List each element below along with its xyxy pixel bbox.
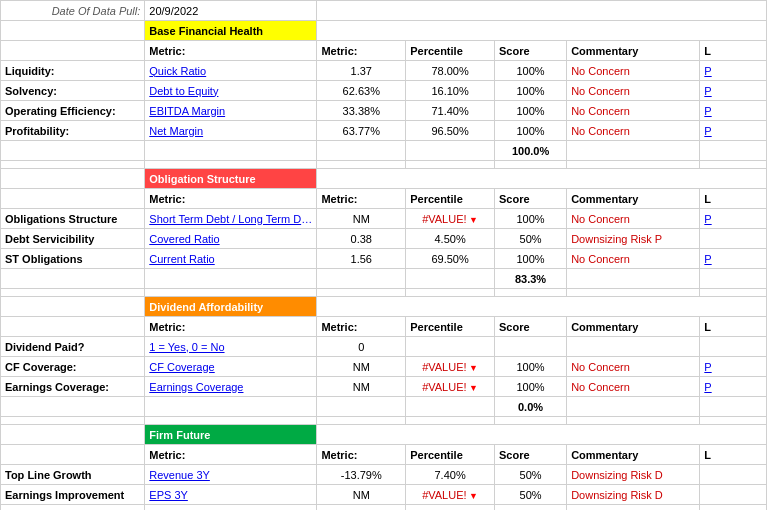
percentile-cell: 78.00%	[406, 61, 495, 81]
metric2-cell: NM	[317, 485, 406, 505]
percentile-cell: #DIV/0! ▼	[406, 505, 495, 511]
percentile-cell: 7.40%	[406, 465, 495, 485]
score-cell: 100%	[494, 249, 566, 269]
commentary-cell: No Concern	[567, 81, 700, 101]
score-cell: 100%	[494, 209, 566, 229]
col-header-0: Metric:	[145, 445, 317, 465]
col-header-0: Metric:	[145, 189, 317, 209]
row-label: Dividend Paid?	[1, 337, 145, 357]
col-header-3: Score	[494, 317, 566, 337]
percentile-cell: 96.50%	[406, 121, 495, 141]
col-header-4: Commentary	[567, 189, 700, 209]
date-row: Date Of Data Pull:20/9/2022	[1, 1, 767, 21]
row-label: Debt Servicibility	[1, 229, 145, 249]
metric2-cell: -13.79%	[317, 465, 406, 485]
commentary-cell: No Concern	[567, 377, 700, 397]
table-row: ST ObligationsCurrent Ratio1.5669.50%100…	[1, 249, 767, 269]
col-header-5: L	[700, 189, 767, 209]
metric1-cell[interactable]: 1 = Yes, 0 = No	[145, 337, 317, 357]
total-value: 83.3%	[494, 269, 566, 289]
table-row: Debt ServicibilityCovered Ratio0.384.50%…	[1, 229, 767, 249]
col-header-1: Metric:	[317, 41, 406, 61]
row-label: Obligations Structure	[1, 209, 145, 229]
col-header-2: Percentile	[406, 189, 495, 209]
percentile-cell: #VALUE! ▼	[406, 377, 495, 397]
row-label: Earnings Improvement	[1, 485, 145, 505]
commentary-cell: No Concern	[567, 249, 700, 269]
last-cell[interactable]: P	[700, 101, 767, 121]
empty-row	[1, 161, 767, 169]
metric1-cell[interactable]: Debt to Equity	[145, 81, 317, 101]
metric1-cell[interactable]: CF Coverage	[145, 357, 317, 377]
metric2-cell: 1.37	[317, 61, 406, 81]
metric2-cell: NM	[317, 209, 406, 229]
row-label: Operating Efficiency:	[1, 101, 145, 121]
col-header-0: Metric:	[145, 41, 317, 61]
col-headers-base_financial_health: Metric:Metric:PercentileScoreCommentaryL	[1, 41, 767, 61]
percentile-cell: #VALUE! ▼	[406, 357, 495, 377]
col-header-4: Commentary	[567, 445, 700, 465]
score-cell: 100%	[494, 357, 566, 377]
table-row: Earnings ImprovementEPS 3YNM#VALUE! ▼50%…	[1, 485, 767, 505]
metric1-cell[interactable]: Current Ratio	[145, 249, 317, 269]
col-header-1: Metric:	[317, 445, 406, 465]
row-label: Solvency:	[1, 81, 145, 101]
metric1-cell[interactable]: Short Term Debt / Long Term Debt	[145, 209, 317, 229]
metric2-cell: 0	[317, 337, 406, 357]
metric1-cell[interactable]: Covered Ratio	[145, 229, 317, 249]
row-label: Liquidity:	[1, 61, 145, 81]
metric1-cell[interactable]: EPS 3Y	[145, 485, 317, 505]
col-header-1: Metric:	[317, 317, 406, 337]
commentary-cell: Downsizing Risk D	[567, 465, 700, 485]
col-header-2: Percentile	[406, 41, 495, 61]
col-header-3: Score	[494, 445, 566, 465]
last-cell[interactable]: P	[700, 121, 767, 141]
section-header-base_financial_health: Base Financial Health	[1, 21, 767, 41]
commentary-cell: No Concern	[567, 61, 700, 81]
score-cell: 100%	[494, 81, 566, 101]
last-cell[interactable]: P	[700, 377, 767, 397]
last-cell[interactable]: P	[700, 357, 767, 377]
table-row: Earnings Coverage:Earnings CoverageNM#VA…	[1, 377, 767, 397]
metric1-cell[interactable]: Quick Ratio	[145, 61, 317, 81]
last-cell	[700, 465, 767, 485]
empty-row	[1, 417, 767, 425]
last-cell[interactable]: P	[700, 81, 767, 101]
table-row: Top Line GrowthRevenue 3Y-13.79%7.40%50%…	[1, 465, 767, 485]
section-title-base_financial_health: Base Financial Health	[145, 21, 317, 41]
table-row: Obligations StructureShort Term Debt / L…	[1, 209, 767, 229]
section-header-firm_future: Firm Future	[1, 425, 767, 445]
total-value: 100.0%	[494, 141, 566, 161]
table-row: Profitability:Net Margin63.77%96.50%100%…	[1, 121, 767, 141]
section-header-dividend_affordability: Dividend Affordability	[1, 297, 767, 317]
metric1-cell[interactable]: EBITDA Margin	[145, 101, 317, 121]
commentary-cell: No Concern	[567, 209, 700, 229]
metric1-cell[interactable]: Revenue 3Y	[145, 465, 317, 485]
section-title-dividend_affordability: Dividend Affordability	[145, 297, 317, 317]
commentary-cell: No Concern	[567, 121, 700, 141]
table-row: Dividend Paid?1 = Yes, 0 = No0	[1, 337, 767, 357]
score-cell: 50%	[494, 505, 566, 511]
section-header-obligation_structure: Obligation Structure	[1, 169, 767, 189]
col-headers-dividend_affordability: Metric:Metric:PercentileScoreCommentaryL	[1, 317, 767, 337]
section-title-firm_future: Firm Future	[145, 425, 317, 445]
score-cell	[494, 337, 566, 357]
metric1-cell[interactable]: Earnings Coverage	[145, 377, 317, 397]
score-cell: 100%	[494, 377, 566, 397]
score-cell: 50%	[494, 465, 566, 485]
commentary-cell: No Concern	[567, 357, 700, 377]
total-row-dividend_affordability: 0.0%	[1, 397, 767, 417]
last-cell[interactable]: P	[700, 209, 767, 229]
last-cell[interactable]: P	[700, 61, 767, 81]
col-header-4: Commentary	[567, 41, 700, 61]
total-row-base_financial_health: 100.0%	[1, 141, 767, 161]
metric1-cell[interactable]: Net Margin	[145, 121, 317, 141]
metric2-cell: 62.63%	[317, 81, 406, 101]
last-cell[interactable]: P	[700, 249, 767, 269]
metric1-cell[interactable]: Implied 3Y Net Margin Improvemen	[145, 505, 317, 511]
commentary-cell	[567, 337, 700, 357]
last-cell	[700, 229, 767, 249]
col-header-2: Percentile	[406, 317, 495, 337]
col-header-3: Score	[494, 189, 566, 209]
last-cell	[700, 505, 767, 511]
